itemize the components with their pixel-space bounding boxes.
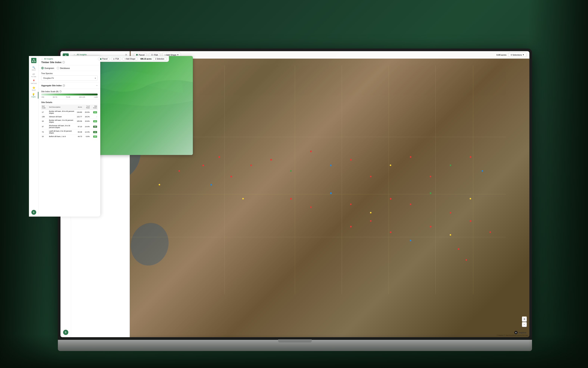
table-head: Soil Code Soil Description Acres % of Fi… — [41, 105, 98, 110]
table-row: 10 Boifort silt loam, 1 to 8 44.73 6.6% … — [41, 135, 98, 138]
topo-fsa-radio — [113, 58, 115, 60]
row2-desc: Stimson silt loam — [48, 115, 76, 119]
topo-add-shape-btn[interactable]: + Add Shape — [123, 57, 138, 61]
back-nav-forsale[interactable]: 🏷 For Sale — [29, 72, 38, 78]
row2-code: 138 — [41, 115, 48, 119]
col-pct: % of Field — [82, 105, 90, 110]
evergreen-circle — [41, 67, 44, 69]
row1-index: 124 — [90, 110, 98, 115]
mapbox-text: mapbox — [519, 331, 526, 334]
inner-nav-avatar[interactable]: S — [63, 330, 68, 335]
site-details-table-wrapper: Soil Code Soil Description Acres % of Fi… — [41, 105, 98, 138]
selections-btn[interactable]: 0 Selections ▾ — [508, 53, 526, 57]
mapbox-logo: m mapbox — [514, 331, 526, 334]
scale-bar — [41, 93, 98, 95]
topo-map-toolbar: Parcel FSA + Add Shape 686.15 acres 1 Se… — [95, 56, 169, 62]
tree-type-section: Evergreen Deciduous — [39, 65, 100, 71]
site-details-section: Site Details Soil Code Soil Description … — [39, 100, 100, 140]
zoom-out-btn[interactable]: − — [522, 322, 527, 327]
col-soil-desc: Soil Description — [48, 105, 76, 110]
mills-back-text: All Insights — [77, 53, 87, 56]
row6-code: 10 — [41, 135, 48, 138]
scale-section: Site Index Scale (ft) ⓘ <50 50-74 75-99 … — [39, 89, 100, 100]
back-search-icon: 🔍 — [32, 66, 35, 69]
evergreen-dot — [42, 68, 43, 69]
mills-back-link[interactable]: ← All Insights — [73, 53, 127, 56]
back-nav-sidebar: 🔍 Search 🏷 For Sale 📍 Sold Land ⭐ Saved … — [29, 56, 39, 217]
row1-code: 17 — [41, 110, 48, 115]
row6-desc: Boifort silt loam, 1 to 8 — [48, 135, 76, 138]
back-search-label: Search — [32, 69, 36, 71]
map-attribution: © Mapbox © OpenStreetMap Improve this ma… — [497, 334, 528, 336]
scale-label-3: 100-125 — [79, 96, 85, 98]
deciduous-radio[interactable]: Deciduous — [57, 67, 70, 69]
row3-code: 16 — [41, 119, 48, 124]
add-shape-label: + Add Shape — [165, 54, 176, 56]
row2-acres: 122.77 — [76, 115, 83, 119]
row5-desc: Lytell silt loam, 8 to 30 percent slopes — [48, 129, 76, 135]
back-nav-sold[interactable]: 📍 Sold Land — [29, 78, 38, 85]
back-nav-search[interactable]: 🔍 Search — [29, 65, 38, 72]
row4-acres: 97.10 — [76, 124, 83, 129]
row6-pct: 6.6% — [82, 135, 90, 138]
back-nav-insights[interactable]: 💡 Insights — [29, 92, 38, 99]
selections-chevron: ▾ — [523, 54, 524, 56]
row2-index: - — [90, 115, 98, 119]
row1-pct: 20.0% — [82, 110, 90, 115]
parcel-radio — [136, 54, 138, 56]
topo-fsa-label: FSA — [115, 58, 119, 60]
scale-label-0: <50 — [41, 96, 44, 98]
scene: Parcel FSA + Add Shape ▾ 0.00 acres 0 Se… — [0, 0, 588, 368]
tree-species-section: Tree Species Douglas-Fir ▾ — [39, 71, 100, 82]
table-body: 17 Bunker silt loam, 30 to 65 percent sl… — [41, 110, 98, 138]
fsa-radio — [151, 54, 153, 56]
site-index-title: Timber Site Index — [41, 61, 61, 64]
add-shape-chevron: ▾ — [177, 54, 179, 56]
row4-desc: Elochoman silt loam, 8 to 30 percent slo… — [48, 124, 76, 129]
topo-selection-btn[interactable]: 1 Selection — [153, 57, 166, 61]
evergreen-radio[interactable]: Evergreen — [41, 67, 54, 69]
back-logo-svg — [31, 58, 36, 63]
topo-acres: 686.15 acres — [140, 58, 152, 60]
table-header-row: Soil Code Soil Description Acres % of Fi… — [41, 105, 98, 110]
row4-index-badge: 136 — [93, 126, 97, 128]
site-index-info-icon: ⓘ — [62, 61, 65, 64]
row5-index: 136 — [90, 129, 98, 135]
site-details-table: Soil Code Soil Description Acres % of Fi… — [41, 105, 98, 138]
aggregate-title: Aggregate Site Index — [41, 84, 62, 87]
back-nav-avatar[interactable]: S — [31, 210, 36, 215]
col-acres: Acres — [76, 105, 83, 110]
row6-index: 125 — [90, 135, 98, 138]
topo-fsa-btn[interactable]: FSA — [111, 57, 121, 61]
selections-label: 0 Selections — [511, 54, 522, 56]
aggregate-info-icon: ⓘ — [63, 84, 65, 87]
aggregate-collapse-btn[interactable]: − — [96, 84, 98, 87]
species-dropdown[interactable]: Douglas-Fir — [41, 75, 98, 81]
species-dropdown-wrapper: Douglas-Fir ▾ — [41, 75, 98, 81]
site-index-back-link[interactable]: ← All Insights — [41, 58, 98, 60]
site-back-arrow: ← — [41, 58, 43, 60]
topo-parcel-label: Parcel — [102, 58, 108, 60]
back-nav-logo — [31, 58, 36, 63]
row5-code: 73 — [41, 129, 48, 135]
scale-label-row: Site Index Scale (ft) ⓘ — [41, 90, 98, 92]
scale-label-2: 75-99 — [66, 96, 70, 98]
row3-index-badge: 124 — [93, 120, 97, 122]
row1-desc: Bunker silt loam, 30 to 65 percent slope… — [48, 110, 76, 115]
row5-index-badge: 136 — [93, 131, 97, 133]
back-forsale-label: For Sale — [31, 76, 36, 77]
topo-parcel-btn[interactable]: Parcel — [98, 57, 109, 61]
locate-btn[interactable]: ⊕ — [522, 316, 527, 321]
back-sold-icon: 📍 — [32, 80, 35, 82]
site-back-text: All Insights — [44, 58, 53, 60]
deciduous-circle — [57, 67, 59, 69]
scale-label-1: 50-74 — [53, 96, 57, 98]
tree-species-label: Tree Species — [41, 73, 98, 74]
aggregate-section: Aggregate Site Index ⓘ − — [39, 82, 100, 89]
back-nav-saved[interactable]: ⭐ Saved — [29, 85, 38, 92]
col-index: Site Index — [90, 105, 98, 110]
row6-acres: 44.73 — [76, 135, 83, 138]
row2-pct: 18.2% — [82, 115, 90, 119]
back-insights-icon: 💡 — [32, 93, 35, 96]
row1-index-badge: 124 — [93, 111, 97, 113]
